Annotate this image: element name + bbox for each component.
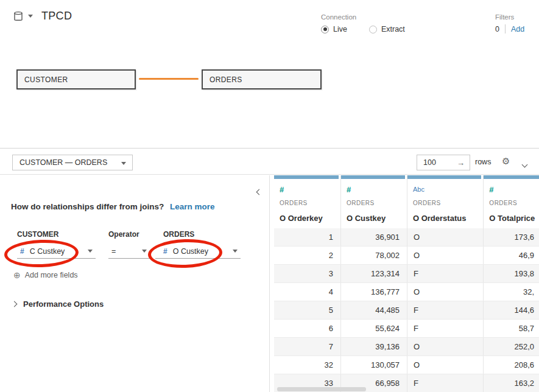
filters-count: 0 — [495, 25, 499, 33]
table-cell[interactable]: F — [407, 374, 484, 392]
radio-live[interactable]: Live — [321, 25, 347, 33]
filters-section: Filters 0 Add — [495, 13, 524, 33]
column-accent-bar — [274, 175, 339, 179]
left-field-dropdown[interactable]: # C Custkey — [17, 244, 96, 259]
table-cell[interactable]: 6 — [274, 320, 341, 337]
radio-live-icon[interactable] — [321, 26, 329, 33]
table-cell[interactable]: 7 — [274, 338, 341, 355]
table-row: 278,002O46,9 — [274, 247, 539, 265]
rows-label: rows — [475, 158, 491, 166]
table-cell[interactable]: 163,2 — [484, 374, 539, 392]
horizontal-scrollbar[interactable] — [277, 387, 366, 391]
table-cell[interactable]: 58,7 — [484, 320, 539, 337]
table-cell[interactable]: 39,136 — [341, 338, 407, 355]
row-limit-value: 100 — [423, 158, 436, 167]
add-more-fields-button[interactable]: ⊕ Add more fields — [13, 271, 78, 279]
left-field-value: C Custkey — [30, 247, 65, 256]
chevron-right-icon — [12, 301, 18, 307]
number-type-icon: # — [163, 247, 167, 256]
connection-section: Connection Live Extract — [321, 13, 427, 33]
relationship-question: How do relationships differ from joins? — [11, 202, 164, 211]
column-accent-bar — [484, 175, 539, 179]
performance-options-toggle[interactable]: Performance Options — [12, 299, 104, 309]
connection-label: Connection — [321, 13, 427, 21]
table-row: 739,136O252,0 — [274, 338, 539, 356]
radio-extract-icon[interactable] — [369, 26, 377, 33]
column-table-caption: ORDERS — [413, 200, 483, 206]
row-limit-input[interactable]: 100 → — [417, 155, 470, 170]
relationship-editor-pane: How do relationships differ from joins? … — [0, 175, 270, 392]
column-table-caption: ORDERS — [347, 200, 407, 206]
database-icon[interactable] — [12, 10, 24, 23]
logical-table-customer[interactable]: CUSTOMER — [16, 69, 136, 89]
table-cell[interactable]: 44,485 — [341, 301, 407, 319]
column-table-caption: ORDERS — [280, 200, 340, 206]
table-cell[interactable]: 32, — [484, 283, 539, 301]
table-cell[interactable]: 36,901 — [341, 228, 407, 246]
operator-dropdown[interactable]: = — [108, 244, 150, 259]
column-header-o-orderstatus[interactable]: AbcORDERSO Orderstatus — [407, 175, 484, 228]
table-cell[interactable]: 3 — [274, 265, 341, 282]
datasource-title-group: TPCD — [12, 10, 72, 23]
collapse-panel-chevron-icon[interactable] — [523, 158, 527, 169]
table-cell[interactable]: 123,314 — [341, 265, 407, 282]
table-cell[interactable]: 55,624 — [341, 320, 407, 337]
table-cell[interactable]: 252,0 — [484, 338, 539, 355]
table-cell[interactable]: F — [407, 301, 484, 319]
radio-extract-label: Extract — [381, 25, 405, 33]
table-cell[interactable]: 144,6 — [484, 301, 539, 319]
table-cell[interactable]: O — [407, 228, 484, 246]
table-cell[interactable]: 208,6 — [484, 356, 539, 374]
table-cell[interactable]: F — [407, 265, 484, 282]
operator-value: = — [111, 247, 116, 256]
radio-live-label: Live — [333, 25, 347, 33]
table-cell[interactable]: O — [407, 338, 484, 355]
chevron-down-icon — [88, 250, 93, 253]
column-field-name: O Orderkey — [280, 214, 340, 223]
table-cell[interactable]: 78,002 — [341, 247, 407, 264]
table-cell[interactable]: 1 — [274, 228, 341, 246]
text-type-icon: Abc — [413, 185, 483, 194]
column-table-caption: ORDERS — [489, 200, 539, 206]
table-cell[interactable]: 193,8 — [484, 265, 539, 282]
table-cell[interactable]: 32 — [274, 356, 341, 374]
plus-circle-icon: ⊕ — [13, 271, 21, 279]
gear-icon[interactable]: ⚙ — [502, 156, 510, 166]
panel-body: How do relationships differ from joins? … — [0, 175, 539, 392]
table-cell[interactable]: F — [407, 320, 484, 337]
apply-arrow-icon[interactable]: → — [457, 158, 465, 167]
number-type-icon: # — [347, 185, 407, 194]
table-row: 136,901O173,6 — [274, 228, 539, 247]
right-field-dropdown[interactable]: # O Custkey — [155, 244, 241, 259]
table-body: 136,901O173,6278,002O46,93123,314F193,84… — [274, 228, 539, 392]
performance-options-label: Performance Options — [23, 299, 104, 309]
collapse-editor-chevron-icon[interactable] — [257, 186, 261, 197]
table-cell[interactable]: 173,6 — [484, 228, 539, 246]
datasource-title: TPCD — [41, 10, 72, 23]
relationship-connector-line[interactable] — [139, 78, 199, 80]
column-header-o-orderkey[interactable]: #ORDERSO Orderkey — [274, 175, 341, 228]
column-header-o-custkey[interactable]: #ORDERSO Custkey — [341, 175, 407, 228]
database-menu-caret-icon[interactable] — [28, 15, 33, 18]
table-cell[interactable]: O — [407, 283, 484, 301]
filters-add-link[interactable]: Add — [511, 25, 524, 33]
logical-table-orders[interactable]: ORDERS — [202, 69, 322, 89]
table-cell[interactable]: O — [407, 356, 484, 374]
column-field-name: O Custkey — [347, 214, 407, 223]
column-header-o-totalprice[interactable]: #ORDERSO Totalprice — [484, 175, 539, 228]
table-cell[interactable]: 5 — [274, 301, 341, 319]
table-cell[interactable]: O — [407, 247, 484, 264]
column-field-name: O Orderstatus — [413, 214, 483, 223]
relationship-selector-value: CUSTOMER — ORDERS — [19, 158, 107, 167]
table-cell[interactable]: 2 — [274, 247, 341, 264]
number-type-icon: # — [489, 185, 539, 194]
tableau-datasource-page: TPCD Connection Live Extract Filters 0 A… — [0, 0, 539, 392]
table-cell[interactable]: 130,057 — [341, 356, 407, 374]
chevron-down-icon — [233, 250, 238, 253]
learn-more-link[interactable]: Learn more — [170, 202, 215, 211]
table-cell[interactable]: 136,777 — [341, 283, 407, 301]
table-cell[interactable]: 46,9 — [484, 247, 539, 264]
relationship-selector-dropdown[interactable]: CUSTOMER — ORDERS — [12, 155, 133, 170]
radio-extract[interactable]: Extract — [369, 25, 405, 33]
table-cell[interactable]: 4 — [274, 283, 341, 301]
